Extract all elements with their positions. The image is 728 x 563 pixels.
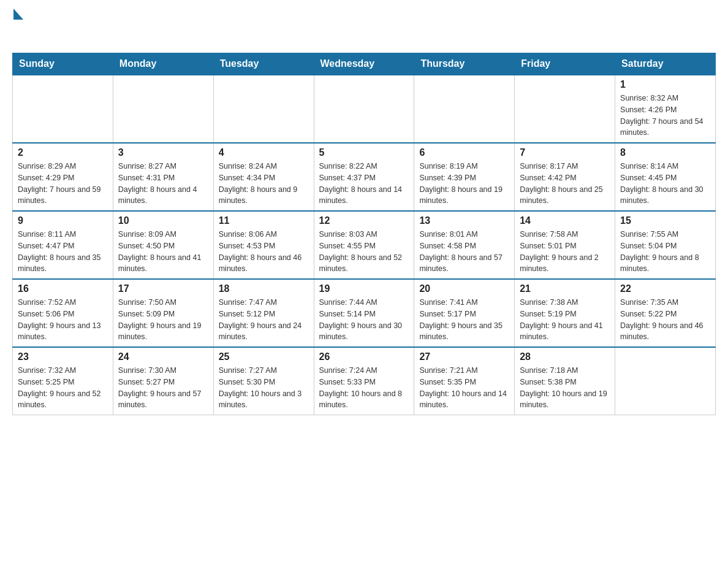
calendar-day: 22Sunrise: 7:35 AMSunset: 5:22 PMDayligh…	[615, 279, 716, 347]
calendar-week-1: 1Sunrise: 8:32 AMSunset: 4:26 PMDaylight…	[13, 75, 716, 143]
calendar-day	[113, 75, 213, 143]
calendar-header-row: SundayMondayTuesdayWednesdayThursdayFrid…	[13, 53, 716, 75]
calendar-day	[13, 75, 113, 143]
weekday-header-saturday: Saturday	[615, 53, 716, 75]
calendar-day: 17Sunrise: 7:50 AMSunset: 5:09 PMDayligh…	[113, 279, 213, 347]
calendar-day: 8Sunrise: 8:14 AMSunset: 4:45 PMDaylight…	[615, 143, 716, 211]
calendar-day: 19Sunrise: 7:44 AMSunset: 5:14 PMDayligh…	[314, 279, 414, 347]
day-info: Sunrise: 8:11 AMSunset: 4:47 PMDaylight:…	[18, 229, 108, 275]
day-number: 11	[219, 215, 309, 226]
calendar-day: 27Sunrise: 7:21 AMSunset: 5:35 PMDayligh…	[414, 347, 515, 415]
calendar-day: 24Sunrise: 7:30 AMSunset: 5:27 PMDayligh…	[113, 347, 213, 415]
day-number: 5	[319, 147, 409, 158]
day-info: Sunrise: 7:32 AMSunset: 5:25 PMDaylight:…	[18, 365, 108, 411]
day-info: Sunrise: 7:18 AMSunset: 5:38 PMDaylight:…	[520, 365, 610, 411]
day-number: 10	[118, 215, 208, 226]
day-info: Sunrise: 8:03 AMSunset: 4:55 PMDaylight:…	[319, 229, 409, 275]
day-number: 20	[419, 283, 509, 294]
calendar-day: 20Sunrise: 7:41 AMSunset: 5:17 PMDayligh…	[414, 279, 515, 347]
day-info: Sunrise: 8:14 AMSunset: 4:45 PMDaylight:…	[620, 161, 710, 207]
day-number: 2	[18, 147, 108, 158]
day-number: 14	[520, 215, 610, 226]
day-info: Sunrise: 8:01 AMSunset: 4:58 PMDaylight:…	[419, 229, 509, 275]
day-number: 21	[520, 283, 610, 294]
day-info: Sunrise: 7:35 AMSunset: 5:22 PMDaylight:…	[620, 297, 710, 343]
day-info: Sunrise: 7:44 AMSunset: 5:14 PMDaylight:…	[319, 297, 409, 343]
day-number: 1	[620, 79, 710, 90]
day-info: Sunrise: 8:09 AMSunset: 4:50 PMDaylight:…	[118, 229, 208, 275]
day-info: Sunrise: 7:58 AMSunset: 5:01 PMDaylight:…	[520, 229, 610, 275]
weekday-header-friday: Friday	[515, 53, 615, 75]
day-info: Sunrise: 7:24 AMSunset: 5:33 PMDaylight:…	[319, 365, 409, 411]
day-number: 24	[118, 351, 208, 362]
calendar-week-5: 23Sunrise: 7:32 AMSunset: 5:25 PMDayligh…	[13, 347, 716, 415]
day-number: 25	[219, 351, 309, 362]
day-number: 15	[620, 215, 710, 226]
logo-arrow-icon	[13, 9, 23, 20]
calendar-day: 18Sunrise: 7:47 AMSunset: 5:12 PMDayligh…	[213, 279, 314, 347]
day-info: Sunrise: 8:22 AMSunset: 4:37 PMDaylight:…	[319, 161, 409, 207]
calendar-day: 28Sunrise: 7:18 AMSunset: 5:38 PMDayligh…	[515, 347, 615, 415]
calendar-day: 14Sunrise: 7:58 AMSunset: 5:01 PMDayligh…	[515, 211, 615, 279]
day-number: 22	[620, 283, 710, 294]
day-number: 9	[18, 215, 108, 226]
calendar-day: 13Sunrise: 8:01 AMSunset: 4:58 PMDayligh…	[414, 211, 515, 279]
calendar-day: 7Sunrise: 8:17 AMSunset: 4:42 PMDaylight…	[515, 143, 615, 211]
day-number: 23	[18, 351, 108, 362]
day-info: Sunrise: 7:30 AMSunset: 5:27 PMDaylight:…	[118, 365, 208, 411]
calendar-day: 9Sunrise: 8:11 AMSunset: 4:47 PMDaylight…	[13, 211, 113, 279]
calendar-day	[414, 75, 515, 143]
day-info: Sunrise: 8:29 AMSunset: 4:29 PMDaylight:…	[18, 161, 108, 207]
day-info: Sunrise: 7:55 AMSunset: 5:04 PMDaylight:…	[620, 229, 710, 275]
calendar-day	[314, 75, 414, 143]
day-info: Sunrise: 7:21 AMSunset: 5:35 PMDaylight:…	[419, 365, 509, 411]
calendar-day: 1Sunrise: 8:32 AMSunset: 4:26 PMDaylight…	[615, 75, 716, 143]
day-number: 3	[118, 147, 208, 158]
calendar-day: 15Sunrise: 7:55 AMSunset: 5:04 PMDayligh…	[615, 211, 716, 279]
calendar-day: 4Sunrise: 8:24 AMSunset: 4:34 PMDaylight…	[213, 143, 314, 211]
day-number: 19	[319, 283, 409, 294]
calendar-day: 5Sunrise: 8:22 AMSunset: 4:37 PMDaylight…	[314, 143, 414, 211]
day-info: Sunrise: 8:17 AMSunset: 4:42 PMDaylight:…	[520, 161, 610, 207]
calendar-day: 25Sunrise: 7:27 AMSunset: 5:30 PMDayligh…	[213, 347, 314, 415]
calendar-table: SundayMondayTuesdayWednesdayThursdayFrid…	[12, 53, 716, 415]
weekday-header-tuesday: Tuesday	[213, 53, 314, 75]
calendar-week-3: 9Sunrise: 8:11 AMSunset: 4:47 PMDaylight…	[13, 211, 716, 279]
day-number: 26	[319, 351, 409, 362]
calendar-week-2: 2Sunrise: 8:29 AMSunset: 4:29 PMDaylight…	[13, 143, 716, 211]
weekday-header-monday: Monday	[113, 53, 213, 75]
day-info: Sunrise: 7:41 AMSunset: 5:17 PMDaylight:…	[419, 297, 509, 343]
weekday-header-sunday: Sunday	[13, 53, 113, 75]
day-number: 13	[419, 215, 509, 226]
day-number: 8	[620, 147, 710, 158]
calendar-day: 12Sunrise: 8:03 AMSunset: 4:55 PMDayligh…	[314, 211, 414, 279]
calendar-day	[615, 347, 716, 415]
day-info: Sunrise: 7:52 AMSunset: 5:06 PMDaylight:…	[18, 297, 108, 343]
day-number: 18	[219, 283, 309, 294]
calendar-day: 21Sunrise: 7:38 AMSunset: 5:19 PMDayligh…	[515, 279, 615, 347]
calendar-day: 3Sunrise: 8:27 AMSunset: 4:31 PMDaylight…	[113, 143, 213, 211]
logo	[12, 12, 23, 40]
page-header	[12, 12, 716, 40]
day-number: 6	[419, 147, 509, 158]
calendar-day: 26Sunrise: 7:24 AMSunset: 5:33 PMDayligh…	[314, 347, 414, 415]
day-info: Sunrise: 7:27 AMSunset: 5:30 PMDaylight:…	[219, 365, 309, 411]
day-number: 17	[118, 283, 208, 294]
day-info: Sunrise: 7:38 AMSunset: 5:19 PMDaylight:…	[520, 297, 610, 343]
day-number: 27	[419, 351, 509, 362]
calendar-day	[515, 75, 615, 143]
day-number: 12	[319, 215, 409, 226]
calendar-day: 11Sunrise: 8:06 AMSunset: 4:53 PMDayligh…	[213, 211, 314, 279]
calendar-week-4: 16Sunrise: 7:52 AMSunset: 5:06 PMDayligh…	[13, 279, 716, 347]
day-info: Sunrise: 7:47 AMSunset: 5:12 PMDaylight:…	[219, 297, 309, 343]
day-info: Sunrise: 8:32 AMSunset: 4:26 PMDaylight:…	[620, 93, 710, 139]
day-info: Sunrise: 8:19 AMSunset: 4:39 PMDaylight:…	[419, 161, 509, 207]
day-number: 16	[18, 283, 108, 294]
day-info: Sunrise: 7:50 AMSunset: 5:09 PMDaylight:…	[118, 297, 208, 343]
day-info: Sunrise: 8:06 AMSunset: 4:53 PMDaylight:…	[219, 229, 309, 275]
day-info: Sunrise: 8:27 AMSunset: 4:31 PMDaylight:…	[118, 161, 208, 207]
day-number: 7	[520, 147, 610, 158]
weekday-header-thursday: Thursday	[414, 53, 515, 75]
day-info: Sunrise: 8:24 AMSunset: 4:34 PMDaylight:…	[219, 161, 309, 207]
calendar-day: 23Sunrise: 7:32 AMSunset: 5:25 PMDayligh…	[13, 347, 113, 415]
